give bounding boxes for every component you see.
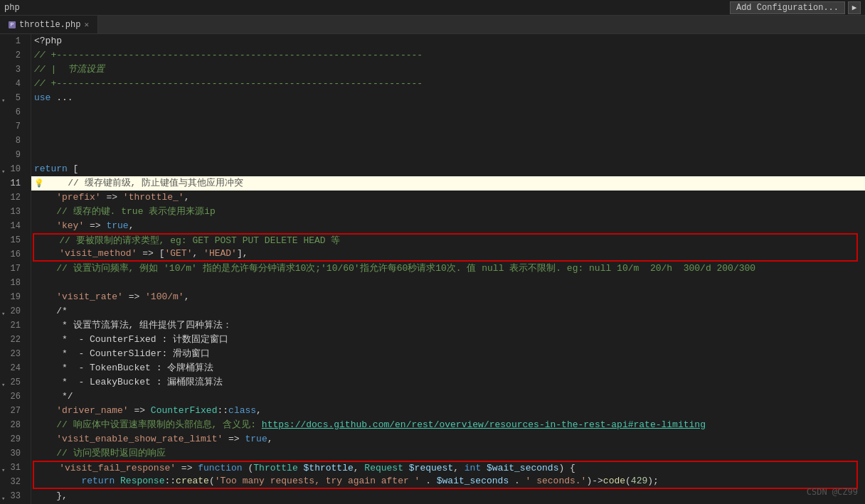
token: https://docs.github.com/en/rest/overview… bbox=[262, 418, 706, 432]
line-number-9: 9 bbox=[0, 148, 25, 162]
code-area[interactable]: <?php// +-------------------------------… bbox=[31, 34, 865, 504]
token: [ bbox=[68, 162, 79, 176]
line-number-14: 14 bbox=[0, 219, 25, 233]
token: , bbox=[354, 461, 365, 476]
code-line-11: 💡 // 缓存键前级, 防止键值与其他应用冲突 bbox=[31, 176, 865, 191]
code-line-23: * - CounterSlider: 滑动窗口 bbox=[31, 347, 865, 361]
line-number-10: ▾10 bbox=[0, 162, 25, 176]
token: :: bbox=[217, 404, 228, 418]
token: => bbox=[223, 432, 245, 446]
token: 'key' bbox=[56, 219, 84, 233]
token: 'driver_name' bbox=[56, 404, 128, 418]
token: $throttle bbox=[304, 461, 354, 476]
token: , bbox=[453, 461, 465, 476]
token: :: bbox=[164, 474, 176, 488]
token: Response bbox=[120, 474, 164, 488]
token: => bbox=[84, 219, 106, 233]
token bbox=[34, 290, 56, 304]
token: , bbox=[267, 432, 273, 446]
run-button[interactable]: ▶ bbox=[848, 1, 861, 14]
line-number-20: ▾20 bbox=[0, 304, 25, 318]
code-line-8 bbox=[31, 134, 865, 148]
line-number-23: 23 bbox=[0, 347, 25, 361]
code-line-6 bbox=[31, 105, 865, 119]
token: code bbox=[603, 474, 625, 488]
line-number-31: ▾31 bbox=[0, 461, 25, 475]
token: 'visit_method' bbox=[59, 247, 137, 261]
line-number-25: ▾25 bbox=[0, 375, 25, 390]
token: * - LeakyBucket : 漏桶限流算法 bbox=[34, 375, 223, 390]
token bbox=[37, 247, 59, 261]
line-number-5: ▾5 bbox=[0, 91, 25, 105]
line-number-6: 6 bbox=[0, 105, 25, 119]
code-line-24: * - TokenBucket : 令牌桶算法 bbox=[31, 361, 865, 375]
token bbox=[481, 461, 487, 476]
token: 'visit_fail_response' bbox=[59, 461, 176, 476]
token: // 设置访问频率, 例如 '10/m' 指的是允许每分钟请求10次;'10/6… bbox=[56, 262, 755, 276]
line-number-19: 19 bbox=[0, 290, 25, 304]
tab-bar: P throttle.php ✕ bbox=[0, 16, 865, 34]
token bbox=[34, 404, 56, 418]
code-line-3: // | 节流设置 bbox=[31, 63, 865, 77]
token: $wait_seconds bbox=[487, 461, 558, 476]
top-bar: php Add Configuration... ▶ bbox=[0, 0, 865, 16]
code-line-33: }, bbox=[31, 489, 865, 503]
token: // +------------------------------------… bbox=[34, 48, 423, 63]
token bbox=[34, 205, 56, 219]
token bbox=[37, 234, 59, 248]
line-number-4: 4 bbox=[0, 77, 25, 91]
code-line-18 bbox=[31, 276, 865, 290]
token: => [ bbox=[137, 247, 164, 261]
line-number-13: 13 bbox=[0, 205, 25, 219]
code-line-26: */ bbox=[31, 390, 865, 404]
line-number-1: 1 bbox=[0, 34, 25, 48]
token bbox=[34, 418, 56, 432]
line-number-30: 30 bbox=[0, 446, 25, 461]
token: create bbox=[176, 474, 209, 488]
token: $wait_seconds bbox=[437, 474, 509, 488]
top-bar-left: php bbox=[4, 3, 20, 13]
token bbox=[34, 219, 56, 233]
line-number-28: 28 bbox=[0, 418, 25, 432]
token: use bbox=[34, 91, 51, 105]
token: /* bbox=[34, 304, 68, 318]
lightbulb-icon-11: 💡 bbox=[34, 176, 44, 191]
token bbox=[34, 489, 56, 503]
token: 'GET' bbox=[164, 247, 192, 261]
token: 'HEAD' bbox=[203, 247, 237, 261]
token: 429 bbox=[631, 474, 647, 488]
token bbox=[298, 461, 304, 476]
code-line-32: return Response::create('Too many reques… bbox=[33, 475, 858, 489]
line-number-33: ▾33 bbox=[0, 489, 25, 503]
token: return bbox=[34, 162, 68, 176]
token: class bbox=[228, 404, 256, 418]
code-line-31: 'visit_fail_response' => function (Throt… bbox=[33, 461, 858, 475]
token: int bbox=[465, 461, 481, 476]
token: => bbox=[129, 404, 151, 418]
token: // 缓存的键. true 表示使用来源ip bbox=[56, 205, 216, 219]
code-line-16: 'visit_method' => ['GET', 'HEAD'], bbox=[33, 247, 858, 262]
token: ( bbox=[209, 474, 215, 488]
file-tab[interactable]: P throttle.php ✕ bbox=[0, 16, 98, 33]
token: 'visit_rate' bbox=[56, 290, 123, 304]
token: true bbox=[106, 219, 128, 233]
php-icon: P bbox=[9, 21, 16, 28]
code-line-5: use ... bbox=[31, 91, 865, 105]
token: // | 节流设置 bbox=[34, 63, 105, 77]
token: )-> bbox=[586, 474, 603, 488]
line-number-21: 21 bbox=[0, 318, 25, 333]
token: Throttle bbox=[253, 461, 297, 476]
token: , bbox=[184, 191, 190, 205]
code-line-14: 'key' => true, bbox=[31, 219, 865, 233]
code-line-29: 'visit_enable_show_rate_limit' => true, bbox=[31, 432, 865, 446]
fold-indicator-33[interactable]: ▾ bbox=[1, 492, 5, 504]
token: '100/m' bbox=[145, 290, 184, 304]
tab-close-button[interactable]: ✕ bbox=[84, 20, 89, 29]
token: ( bbox=[243, 461, 254, 476]
token: <?php bbox=[34, 34, 62, 48]
line-number-17: 17 bbox=[0, 262, 25, 276]
token bbox=[37, 474, 81, 488]
add-configuration-button[interactable]: Add Configuration... bbox=[730, 1, 845, 14]
token: . bbox=[509, 474, 525, 488]
token: , bbox=[184, 290, 190, 304]
